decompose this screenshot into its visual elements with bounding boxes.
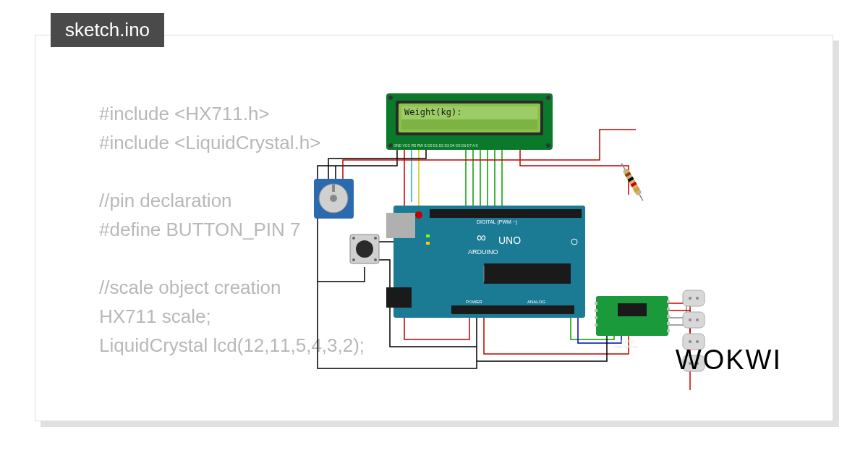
svg-point-64 bbox=[689, 318, 692, 321]
svg-point-18 bbox=[352, 258, 355, 261]
svg-text:ANALOG: ANALOG bbox=[527, 300, 545, 304]
svg-text:HX711: HX711 bbox=[621, 339, 635, 344]
svg-point-15 bbox=[356, 240, 373, 258]
svg-text:DIGITAL (PWM ~): DIGITAL (PWM ~) bbox=[477, 219, 517, 225]
svg-rect-59 bbox=[683, 312, 705, 328]
svg-line-44 bbox=[639, 195, 643, 201]
svg-rect-53 bbox=[667, 300, 670, 303]
svg-text:GND VCC RS RW E    D0 D1 D2 D3: GND VCC RS RW E D0 D1 D2 D3 D4 D5 D6 D7 … bbox=[393, 143, 479, 148]
svg-rect-22 bbox=[386, 213, 415, 238]
svg-text:ARDUINO: ARDUINO bbox=[468, 248, 498, 256]
svg-rect-54 bbox=[667, 308, 670, 311]
svg-rect-24 bbox=[430, 209, 582, 218]
svg-point-17 bbox=[374, 237, 377, 240]
svg-point-9 bbox=[546, 143, 550, 148]
svg-point-6 bbox=[388, 96, 393, 100]
svg-rect-23 bbox=[386, 287, 412, 308]
svg-rect-25 bbox=[451, 305, 574, 314]
svg-point-63 bbox=[696, 297, 699, 300]
svg-point-66 bbox=[689, 340, 692, 343]
svg-text:∞: ∞ bbox=[477, 230, 486, 245]
arduino-uno: ∞ UNO ARDUINO DIGITAL (PWM ~) POWER ANAL… bbox=[386, 206, 585, 318]
svg-point-12 bbox=[330, 195, 337, 202]
file-tab[interactable]: sketch.ino bbox=[51, 13, 164, 47]
svg-rect-51 bbox=[595, 316, 597, 319]
svg-rect-13 bbox=[332, 185, 335, 192]
svg-rect-49 bbox=[595, 302, 597, 305]
svg-point-16 bbox=[352, 237, 355, 240]
svg-point-67 bbox=[696, 340, 699, 343]
svg-point-7 bbox=[546, 96, 550, 100]
lcd-module: Weight(kg): GND VCC RS RW E D0 D1 D2 D3 … bbox=[386, 93, 553, 150]
svg-rect-57 bbox=[667, 329, 670, 332]
brand-logo: WOKWI bbox=[676, 345, 782, 376]
svg-point-19 bbox=[374, 258, 377, 261]
resistor bbox=[619, 161, 646, 202]
svg-rect-35 bbox=[426, 235, 430, 237]
svg-rect-46 bbox=[618, 303, 647, 316]
svg-text:UNO: UNO bbox=[498, 235, 521, 246]
svg-point-62 bbox=[689, 297, 692, 300]
svg-rect-4 bbox=[401, 119, 537, 130]
svg-point-65 bbox=[696, 318, 699, 321]
potentiometer bbox=[314, 179, 354, 219]
svg-text:Load Cell Amp: Load Cell Amp bbox=[614, 345, 638, 349]
svg-point-28 bbox=[415, 211, 422, 219]
svg-rect-52 bbox=[595, 324, 597, 326]
hx711-module: HX711 Load Cell Amp bbox=[595, 296, 670, 349]
svg-point-8 bbox=[388, 143, 393, 148]
svg-rect-26 bbox=[484, 263, 571, 284]
svg-rect-55 bbox=[667, 315, 670, 318]
svg-rect-58 bbox=[683, 290, 705, 306]
push-button bbox=[350, 235, 379, 263]
svg-rect-56 bbox=[667, 322, 670, 325]
svg-text:POWER: POWER bbox=[466, 300, 482, 304]
lcd-text: Weight(kg): bbox=[404, 107, 461, 117]
svg-rect-38 bbox=[623, 168, 642, 196]
circuit-diagram: Weight(kg): GND VCC RS RW E D0 D1 D2 D3 … bbox=[274, 93, 737, 426]
file-tab-label: sketch.ino bbox=[65, 19, 150, 41]
svg-rect-50 bbox=[595, 309, 597, 312]
svg-rect-36 bbox=[426, 242, 430, 245]
project-card: #include <HX711.h> #include <LiquidCryst… bbox=[35, 35, 833, 421]
